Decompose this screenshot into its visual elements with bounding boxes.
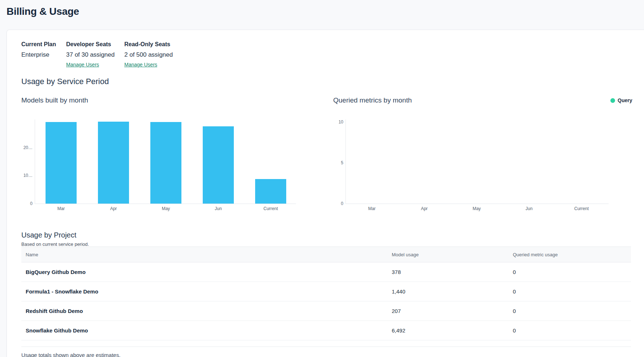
project-name-cell: Redshift Github Demo [26, 308, 392, 314]
usage-by-service-period-title: Usage by Service Period [21, 77, 109, 86]
queried-metric-usage-cell: 0 [513, 327, 631, 334]
y-axis-tick-label: 0 [341, 201, 343, 206]
x-axis-tick-label: Current [574, 206, 589, 211]
table-row: Snowflake Github Demo6,4920 [21, 321, 631, 340]
x-axis-tick-label: Mar [368, 206, 376, 211]
models-chart-title: Models built by month [21, 96, 88, 104]
y-axis-tick-label: 20… [23, 145, 33, 150]
query-legend-label: Query [618, 97, 632, 103]
bar-mar [46, 122, 77, 204]
table-row: Formula1 - Snowflake Demo1,4400 [21, 282, 631, 301]
column-header-queried-metric-usage: Queried metric usage [513, 252, 631, 257]
project-name-cell: BigQuery Github Demo [26, 269, 392, 275]
x-axis-tick-label: Jun [525, 206, 532, 211]
x-axis-tick-label: May [473, 206, 481, 211]
developer-seats-label: Developer Seats [66, 41, 124, 48]
y-axis-tick-label: 10 [339, 119, 343, 125]
readonly-seats-label: Read-Only Seats [124, 41, 173, 48]
table-body: BigQuery Github Demo3780Formula1 - Snowf… [21, 262, 631, 340]
usage-footnote: Usage totals shown above are estimates. [21, 352, 120, 357]
usage-by-project-title: Usage by Project [21, 231, 76, 239]
usage-by-project-subtitle: Based on current service period. [21, 241, 89, 247]
queried-metric-usage-cell: 0 [513, 308, 631, 314]
bar-current [255, 179, 286, 204]
billing-card: Current Plan Enterprise Developer Seats … [7, 30, 644, 357]
model-usage-cell: 378 [392, 269, 513, 275]
usage-by-project-table: Name Model usage Queried metric usage Bi… [21, 247, 631, 340]
x-axis-tick-label: Apr [110, 206, 117, 211]
x-axis-tick-label: Current [263, 206, 278, 211]
bar-apr [98, 122, 129, 204]
query-legend-dot-icon [610, 98, 615, 103]
project-name-cell: Formula1 - Snowflake Demo [26, 288, 392, 295]
x-axis-tick-label: Apr [421, 206, 428, 211]
table-header-row: Name Model usage Queried metric usage [21, 247, 631, 262]
queried-metric-usage-cell: 0 [513, 269, 631, 275]
manage-users-link-readonly[interactable]: Manage Users [124, 61, 157, 68]
current-plan-label: Current Plan [21, 41, 66, 48]
column-header-name: Name [26, 252, 392, 257]
y-axis-tick-label: 10… [23, 173, 33, 178]
x-axis-tick-label: Mar [57, 206, 65, 211]
queried-metric-usage-cell: 0 [513, 288, 631, 295]
current-plan-column: Current Plan Enterprise [21, 41, 66, 68]
model-usage-cell: 207 [392, 308, 513, 314]
plan-summary: Current Plan Enterprise Developer Seats … [21, 41, 173, 68]
readonly-seats-column: Read-Only Seats 2 of 500 assigned Manage… [124, 41, 173, 68]
project-name-cell: Snowflake Github Demo [26, 327, 392, 334]
metrics-chart-title: Queried metrics by month [333, 96, 412, 104]
models-built-chart: 010…20…MarAprMayJunCurrent [35, 119, 296, 204]
current-plan-value: Enterprise [21, 51, 66, 59]
query-legend: Query [610, 97, 632, 103]
bar-may [150, 122, 181, 204]
readonly-seats-value: 2 of 500 assigned [124, 51, 173, 59]
table-row: BigQuery Github Demo3780 [21, 262, 631, 282]
y-axis-tick-label: 5 [341, 160, 343, 165]
developer-seats-column: Developer Seats 37 of 30 assigned Manage… [66, 41, 124, 68]
bar-jun [203, 126, 234, 204]
developer-seats-value: 37 of 30 assigned [66, 51, 124, 59]
model-usage-cell: 1,440 [392, 288, 513, 295]
table-row: Redshift Github Demo2070 [21, 301, 631, 321]
model-usage-cell: 6,492 [392, 327, 513, 334]
y-axis-tick-label: 0 [30, 201, 33, 206]
x-axis-tick-label: May [162, 206, 170, 211]
column-header-model-usage: Model usage [392, 252, 513, 257]
page-title: Billing & Usage [7, 6, 79, 17]
x-axis-tick-label: Jun [215, 206, 222, 211]
manage-users-link-developer[interactable]: Manage Users [66, 61, 99, 68]
table-bottom-divider [21, 347, 631, 347]
queried-metrics-chart: 0510MarAprMayJunCurrent [345, 119, 609, 204]
